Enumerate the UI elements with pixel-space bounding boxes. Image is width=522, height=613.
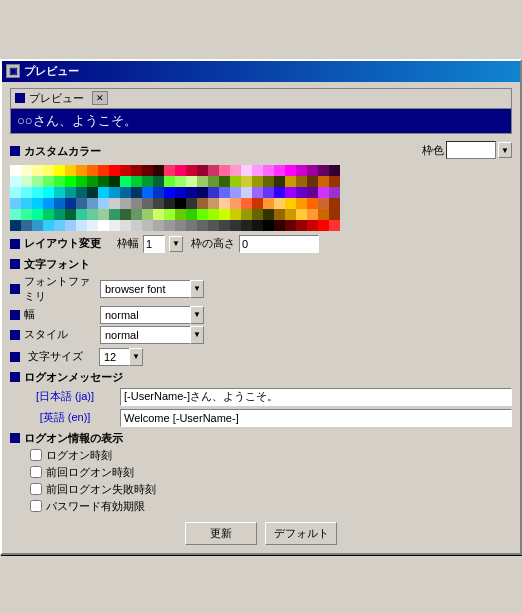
checkbox-logon-time[interactable] bbox=[30, 449, 42, 461]
color-cell[interactable] bbox=[54, 209, 65, 220]
color-cell[interactable] bbox=[10, 220, 21, 231]
color-cell[interactable] bbox=[274, 220, 285, 231]
color-cell[interactable] bbox=[296, 176, 307, 187]
color-cell[interactable] bbox=[307, 198, 318, 209]
color-cell[interactable] bbox=[208, 187, 219, 198]
font-width-select-group[interactable]: normal ▼ bbox=[100, 306, 204, 324]
color-cell[interactable] bbox=[329, 176, 340, 187]
color-cell[interactable] bbox=[197, 220, 208, 231]
font-size-value[interactable]: 12 bbox=[99, 348, 129, 366]
color-cell[interactable] bbox=[142, 220, 153, 231]
color-cell[interactable] bbox=[87, 198, 98, 209]
checkbox-prev-logon-fail[interactable] bbox=[30, 483, 42, 495]
color-cell[interactable] bbox=[230, 209, 241, 220]
color-cell[interactable] bbox=[120, 165, 131, 176]
color-cell[interactable] bbox=[263, 198, 274, 209]
color-cell[interactable] bbox=[263, 209, 274, 220]
color-cell[interactable] bbox=[10, 165, 21, 176]
color-cell[interactable] bbox=[109, 165, 120, 176]
logon-en-input[interactable] bbox=[120, 409, 512, 427]
color-cell[interactable] bbox=[274, 209, 285, 220]
color-cell[interactable] bbox=[142, 209, 153, 220]
color-cell[interactable] bbox=[307, 187, 318, 198]
color-cell[interactable] bbox=[175, 198, 186, 209]
color-cell[interactable] bbox=[318, 187, 329, 198]
color-cell[interactable] bbox=[296, 220, 307, 231]
color-cell[interactable] bbox=[219, 165, 230, 176]
color-cell[interactable] bbox=[230, 165, 241, 176]
color-cell[interactable] bbox=[54, 165, 65, 176]
color-cell[interactable] bbox=[98, 220, 109, 231]
color-cell[interactable] bbox=[241, 198, 252, 209]
color-cell[interactable] bbox=[87, 209, 98, 220]
color-cell[interactable] bbox=[54, 198, 65, 209]
color-cell[interactable] bbox=[87, 165, 98, 176]
color-cell[interactable] bbox=[131, 165, 142, 176]
font-size-select-group[interactable]: 12 ▼ bbox=[99, 348, 143, 366]
color-cell[interactable] bbox=[241, 176, 252, 187]
color-cell[interactable] bbox=[54, 176, 65, 187]
color-cell[interactable] bbox=[65, 198, 76, 209]
color-cell[interactable] bbox=[329, 209, 340, 220]
color-cell[interactable] bbox=[329, 187, 340, 198]
color-cell[interactable] bbox=[21, 176, 32, 187]
color-cell[interactable] bbox=[219, 176, 230, 187]
color-cell[interactable] bbox=[274, 176, 285, 187]
color-cell[interactable] bbox=[307, 209, 318, 220]
border-height-input[interactable] bbox=[239, 235, 319, 253]
color-cell[interactable] bbox=[87, 187, 98, 198]
color-cell[interactable] bbox=[76, 198, 87, 209]
color-cell[interactable] bbox=[263, 220, 274, 231]
color-cell[interactable] bbox=[285, 176, 296, 187]
color-cell[interactable] bbox=[120, 198, 131, 209]
color-cell[interactable] bbox=[109, 176, 120, 187]
font-family-value[interactable]: browser font bbox=[100, 280, 190, 298]
color-cell[interactable] bbox=[43, 176, 54, 187]
color-cell[interactable] bbox=[10, 198, 21, 209]
color-cell[interactable] bbox=[252, 198, 263, 209]
checkbox-prev-logon[interactable] bbox=[30, 466, 42, 478]
color-cell[interactable] bbox=[21, 165, 32, 176]
color-cell[interactable] bbox=[131, 176, 142, 187]
color-cell[interactable] bbox=[43, 187, 54, 198]
color-cell[interactable] bbox=[10, 176, 21, 187]
color-cell[interactable] bbox=[186, 165, 197, 176]
color-cell[interactable] bbox=[197, 187, 208, 198]
color-cell[interactable] bbox=[197, 198, 208, 209]
color-cell[interactable] bbox=[120, 176, 131, 187]
color-cell[interactable] bbox=[318, 198, 329, 209]
color-cell[interactable] bbox=[296, 187, 307, 198]
color-cell[interactable] bbox=[10, 209, 21, 220]
font-family-select-group[interactable]: browser font ▼ bbox=[100, 280, 204, 298]
color-cell[interactable] bbox=[329, 198, 340, 209]
color-cell[interactable] bbox=[175, 187, 186, 198]
color-cell[interactable] bbox=[241, 165, 252, 176]
color-cell[interactable] bbox=[197, 165, 208, 176]
color-cell[interactable] bbox=[153, 198, 164, 209]
color-cell[interactable] bbox=[285, 165, 296, 176]
color-cell[interactable] bbox=[32, 176, 43, 187]
color-cell[interactable] bbox=[175, 220, 186, 231]
color-cell[interactable] bbox=[164, 187, 175, 198]
color-cell[interactable] bbox=[87, 220, 98, 231]
color-cell[interactable] bbox=[131, 220, 142, 231]
font-size-arrow[interactable]: ▼ bbox=[129, 348, 143, 366]
color-cell[interactable] bbox=[241, 187, 252, 198]
color-cell[interactable] bbox=[318, 165, 329, 176]
color-cell[interactable] bbox=[164, 220, 175, 231]
color-cell[interactable] bbox=[109, 220, 120, 231]
color-cell[interactable] bbox=[10, 187, 21, 198]
color-cell[interactable] bbox=[109, 209, 120, 220]
color-cell[interactable] bbox=[274, 187, 285, 198]
color-cell[interactable] bbox=[263, 187, 274, 198]
color-cell[interactable] bbox=[21, 198, 32, 209]
color-cell[interactable] bbox=[76, 165, 87, 176]
color-cell[interactable] bbox=[219, 220, 230, 231]
color-cell[interactable] bbox=[142, 187, 153, 198]
color-cell[interactable] bbox=[98, 187, 109, 198]
color-cell[interactable] bbox=[307, 176, 318, 187]
color-cell[interactable] bbox=[285, 187, 296, 198]
color-cell[interactable] bbox=[252, 209, 263, 220]
color-cell[interactable] bbox=[120, 187, 131, 198]
color-cell[interactable] bbox=[98, 165, 109, 176]
